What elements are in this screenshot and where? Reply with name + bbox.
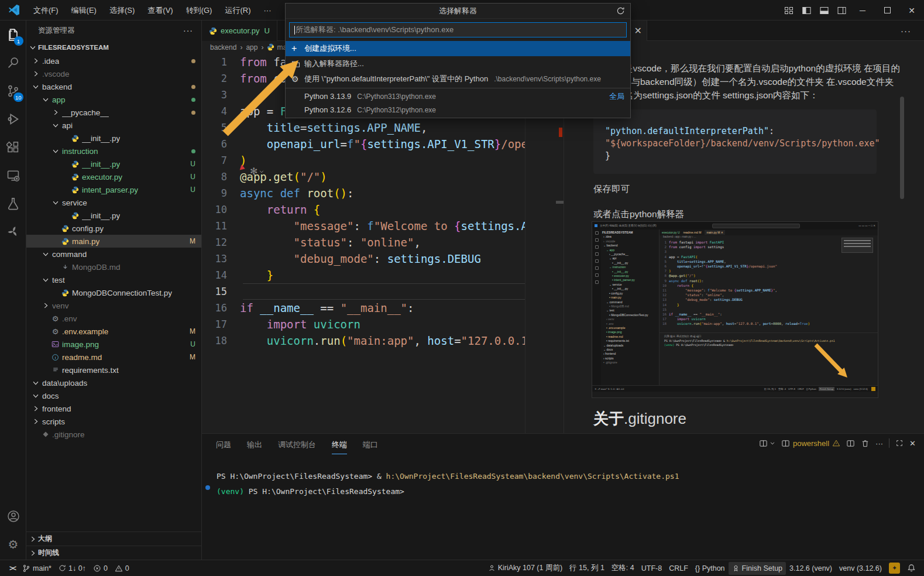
tree-item-docs[interactable]: docs — [26, 389, 201, 402]
kill-terminal-icon[interactable] — [861, 439, 870, 448]
terminal-instance[interactable]: powershell — [781, 439, 840, 448]
preview-more-actions-icon[interactable]: ··· — [901, 20, 911, 41]
refresh-icon[interactable] — [616, 6, 625, 15]
tree-item-.idea[interactable]: .idea — [26, 54, 201, 67]
code-line-15[interactable]: 15 — [202, 283, 525, 300]
tree-item-test[interactable]: test — [26, 273, 201, 286]
tree-item-instruction[interactable]: instruction — [26, 145, 201, 157]
statusbar-KiriAky-107-1-周前-[interactable]: KiriAky 107 (1 周前) — [485, 562, 566, 575]
activitybar-pinwheel-extension[interactable] — [0, 217, 26, 245]
statusbar-venv-3-12-6-[interactable]: venv (3.12.6) — [836, 562, 885, 575]
tree-item-scripts[interactable]: scripts — [26, 415, 201, 428]
panel-tab-问题[interactable]: 问题 — [216, 440, 231, 454]
statusbar-3-12-6-venv-[interactable]: 3.12.6 (venv) — [786, 562, 836, 575]
code-line-12[interactable]: 12 "status": "online", — [202, 234, 525, 251]
menu-运行R[interactable]: 运行(R) — [218, 6, 257, 15]
settings-gear-icon[interactable]: ⚙ — [0, 530, 26, 558]
activitybar-search[interactable] — [0, 49, 26, 77]
toggle-sidebar-icon[interactable] — [798, 0, 815, 20]
statusbar-空格-4[interactable]: 空格: 4 — [608, 562, 638, 575]
tree-item-MongoDBConnectionTest.py[interactable]: MongoDBConnectionTest.py — [26, 286, 201, 299]
activitybar-testing[interactable] — [0, 189, 26, 217]
tree-item-readme.md[interactable]: readme.mdM — [26, 351, 201, 364]
activitybar-explorer[interactable]: 1 — [0, 20, 26, 49]
code-line-11[interactable]: 11 "message": f"Welcome to {settings.APP… — [202, 218, 525, 234]
tree-item-config.py[interactable]: config.py — [26, 222, 201, 235]
statusbar-remote[interactable]: >< — [6, 562, 19, 575]
code-line-16[interactable]: 16if __name__ == "__main__": — [202, 300, 525, 316]
maximize-panel-icon[interactable] — [895, 439, 904, 447]
statusbar-main-[interactable]: main* — [19, 562, 55, 575]
minimize-button[interactable]: ─ — [850, 0, 875, 20]
quickpick-input[interactable]: 所选解释器: .\backend\venv\Scripts\python.exe — [289, 22, 627, 37]
activitybar-run-debug[interactable] — [0, 105, 26, 133]
tree-item-MongoDB.md[interactable]: MongoDB.md — [26, 260, 201, 273]
tree-item-requirements.txt[interactable]: requirements.txt — [26, 364, 201, 376]
tree-item-main.py[interactable]: main.pyM — [26, 235, 201, 248]
tree-item-.gitignore[interactable]: .gitignore — [26, 428, 201, 441]
statusbar-UTF-8[interactable]: UTF-8 — [638, 562, 665, 575]
timeline-section[interactable]: 时间线 — [26, 546, 201, 560]
tree-item-intent_parser.py[interactable]: intent_parser.pyU — [26, 183, 201, 196]
quickpick-item-4[interactable]: Python 3.12.6C:\Python312\python.exe — [286, 103, 630, 116]
code-line-17[interactable]: 17 import uvicorn — [202, 316, 525, 332]
panel-tab-终端[interactable]: 终端 — [332, 440, 347, 454]
close-tab-icon[interactable]: ✕ — [634, 25, 642, 36]
code-line-10[interactable]: 10 return { — [202, 201, 525, 218]
panel-tab-端口[interactable]: 端口 — [363, 440, 378, 454]
menu-查看V[interactable]: 查看(V) — [141, 6, 179, 15]
menu-选择S[interactable]: 选择(S) — [103, 6, 141, 15]
terminal-output[interactable]: PS H:\OwnProject\FilesReadSysteam> & h:\… — [217, 469, 679, 499]
explorer-root-folder[interactable]: FILESREADSYSTEAM — [26, 40, 201, 54]
tree-item-app[interactable]: app — [26, 93, 201, 106]
panel-more-actions-icon[interactable]: ··· — [875, 439, 883, 448]
tree-item-__init__.py[interactable]: __init__.py — [26, 209, 201, 222]
customize-layout-icon[interactable] — [780, 0, 798, 20]
toggle-panel-icon[interactable] — [815, 0, 833, 20]
code-line-9[interactable]: 9async def root(): — [202, 185, 525, 201]
tree-item-.env.example[interactable]: ⚙.env.exampleM — [26, 325, 201, 338]
statusbar-0[interactable]: 0 — [90, 562, 111, 575]
statusbar--Python[interactable]: {} Python — [692, 562, 729, 575]
tree-item-service[interactable]: service — [26, 196, 201, 209]
code-line-18[interactable]: 18 uvicorn.run("main:app", host="127.0.0… — [202, 332, 525, 349]
code-line-13[interactable]: 13 "debug_mode": settings.DEBUG — [202, 251, 525, 267]
code-line-6[interactable]: 6 openapi_url=f"{settings.API_V1_STR}/op… — [202, 136, 525, 152]
quickpick-item-3[interactable]: Python 3.13.9C:\Python313\python.exe全局 — [286, 90, 630, 103]
panel-tab-输出[interactable]: 输出 — [247, 440, 262, 454]
tree-item-__init__.py[interactable]: __init__.py — [26, 132, 201, 145]
code-line-14[interactable]: 14 } — [202, 267, 525, 283]
statusbar-0[interactable]: 0 — [111, 562, 133, 575]
split-terminal-icon[interactable] — [846, 439, 855, 448]
menu-转到G[interactable]: 转到(G) — [180, 6, 219, 15]
activitybar-extensions[interactable] — [0, 133, 26, 161]
tree-item-frontend[interactable]: frontend — [26, 402, 201, 415]
statusbar-bell[interactable] — [904, 562, 919, 575]
account-icon[interactable] — [0, 502, 26, 530]
tree-item-datauploads[interactable]: data\uploads — [26, 376, 201, 389]
outline-section[interactable]: 大纲 — [26, 532, 201, 546]
tab-executor-py[interactable]: executor.py U — [202, 20, 277, 41]
statusbar-行-15-列-1[interactable]: 行 15, 列 1 — [566, 562, 608, 575]
inline-extension-widget[interactable]: ✻ — [250, 166, 265, 177]
quickpick-item-2[interactable]: ⚙使用 \"python.defaultInterpreterPath\" 设置… — [286, 71, 630, 87]
code-line-5[interactable]: 5 title=settings.APP_NAME, — [202, 119, 525, 136]
statusbar-1-0-[interactable]: 1↓ 0↑ — [55, 562, 90, 575]
tree-item-.env[interactable]: ⚙.env — [26, 312, 201, 325]
tree-item-api[interactable]: api — [26, 119, 201, 132]
preview-scrollbar[interactable] — [900, 97, 904, 199]
activitybar-source-control[interactable]: 10 — [0, 77, 26, 105]
menu-···[interactable]: ··· — [257, 6, 277, 15]
tree-item-backend[interactable]: backend — [26, 80, 201, 93]
menu-文件F[interactable]: 文件(F) — [27, 6, 65, 15]
explorer-more-actions-icon[interactable]: ··· — [183, 26, 193, 35]
quickpick-item-1[interactable]: 输入解释器路径... — [286, 56, 630, 71]
tree-item-image.png[interactable]: image.pngU — [26, 338, 201, 351]
menu-编辑E[interactable]: 编辑(E) — [65, 6, 103, 15]
statusbar-Finish-Setup[interactable]: Finish Setup — [729, 562, 786, 575]
statusbar-CRLF[interactable]: CRLF — [665, 562, 692, 575]
breadcrumb-app[interactable]: app — [246, 43, 257, 52]
toggle-secondary-sidebar-icon[interactable] — [833, 0, 850, 20]
quickpick-item-0[interactable]: +创建虚拟环境... — [286, 41, 630, 56]
breadcrumb-backend[interactable]: backend — [210, 43, 236, 52]
